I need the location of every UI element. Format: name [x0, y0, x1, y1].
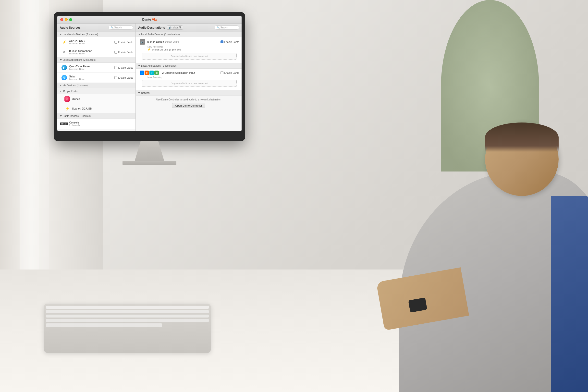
maximize-button[interactable] — [69, 18, 72, 21]
mute-all-label: Mute All — [172, 26, 181, 29]
right-search-icon: 🔍 — [217, 26, 220, 29]
person — [380, 122, 588, 392]
left-search-icon: 🔍 — [111, 26, 114, 29]
builtin-output-subtitle: Default Output — [165, 41, 179, 43]
collapse-network-icon — [138, 92, 140, 94]
2ch-app-enable-dante[interactable]: Enable Dante — [220, 71, 239, 74]
collapse-via-devices-icon — [60, 85, 62, 86]
device-row-safari: ⊕ Safari Listeners: None Enable Dante — [57, 73, 136, 83]
dante-devices-section-header[interactable]: Dante Devices (1 source) — [57, 114, 136, 119]
builtin-output-icon: 🔊 — [140, 39, 145, 44]
mute-all-button[interactable]: 🔊 Mute All — [167, 26, 183, 30]
via-devices-count: (1 source) — [77, 84, 88, 87]
2ch-app-info: 2 Channel Application Input — [162, 71, 218, 74]
console-name: Console — [69, 121, 133, 124]
builtin-output-enable-dante[interactable]: ✓ Enable Dante — [220, 40, 239, 43]
dante-devices-label: Dante Devices — [63, 115, 79, 117]
builtin-output-source-name: Scarlett 2i2 USB @ IpsoFacto — [152, 48, 181, 51]
builtin-output-drop-zone[interactable]: Drop an Audio Source here to connect — [142, 53, 237, 60]
destination-row-builtin-output: 🔊 Built-in Output Default Output ✓ — [136, 37, 242, 63]
ipsofacto-header[interactable]: 🖥 IpsoFacto — [57, 88, 136, 94]
builtin-mic-checkbox[interactable] — [114, 51, 117, 54]
quicktime-icon-wrap: ▶ — [61, 65, 67, 70]
builtin-mic-info: Built-in Microphone Listeners: None — [69, 50, 112, 55]
dante-devices-count: (1 source) — [80, 115, 91, 117]
quicktime-checkbox[interactable] — [114, 66, 117, 69]
collapse-ipsofacto-icon — [60, 91, 62, 92]
builtin-output-receiving-label: Now Receiving: — [148, 46, 239, 48]
at2020-enable-label: Enable Dante — [118, 41, 133, 44]
local-audio-count: (2 sources) — [86, 33, 98, 36]
builtin-output-checkbox[interactable]: ✓ — [220, 40, 224, 43]
imac-monitor: Dante Via Audio Sources 🔍 Search — [54, 12, 245, 165]
right-search-input[interactable]: Search — [220, 26, 228, 29]
itunes-name: iTunes — [72, 98, 133, 100]
left-panel: Audio Sources 🔍 Search Local Audio Devic… — [57, 24, 136, 131]
left-search-box[interactable]: 🔍 Search — [108, 26, 133, 30]
right-local-audio-section-header[interactable]: Local Audio Devices (1 destination) — [136, 32, 242, 37]
at2020-icon: ⚡ — [61, 39, 67, 45]
dante-logo-icon: dDante — [60, 122, 68, 125]
device-row-scarlett-source: ⚡ Scarlett 2i2 USB — [57, 104, 136, 114]
right-local-apps-section-header[interactable]: Local Applications (1 destination) — [136, 63, 242, 68]
left-search-input[interactable]: Search — [114, 26, 122, 29]
safari-icon-wrap: ⊕ — [61, 75, 67, 80]
via-devices-section-header[interactable]: Via Devices (1 source) — [57, 83, 136, 88]
local-apps-label: Local Applications — [63, 58, 82, 61]
builtin-mic-enable-dante[interactable]: Enable Dante — [114, 51, 133, 54]
at2020-info: AT2020 USB Listeners: None — [69, 40, 112, 45]
scarlett-receiving-icon: ⚡ — [148, 48, 151, 51]
right-local-audio-count: (1 destination) — [164, 33, 180, 36]
quicktime-info: QuickTime Player Listeners: None — [69, 65, 112, 70]
safari-listeners: Listeners: None — [69, 78, 112, 80]
builtin-output-drop-text: Drop an Audio Source here to connect — [171, 55, 208, 57]
safari-enable-dante[interactable]: Enable Dante — [114, 76, 133, 79]
itunes-info: iTunes — [72, 98, 133, 100]
builtin-mic-name: Built-in Microphone — [69, 50, 112, 52]
imac-base — [122, 161, 176, 165]
right-search-box[interactable]: 🔍 Search — [214, 26, 239, 30]
2ch-app-checkbox[interactable] — [220, 71, 224, 74]
minimize-button[interactable] — [65, 18, 68, 21]
at2020-checkbox[interactable] — [114, 41, 117, 44]
console-info: Console 8 channels — [69, 121, 133, 126]
itunes-icon: ♫ — [64, 96, 70, 102]
network-label: Network — [141, 92, 150, 94]
console-icon-wrap: dDante — [61, 121, 67, 127]
itunes-icon-wrap: ♫ — [64, 96, 70, 102]
right-panel: Audio Destinations 🔊 Mute All 🔍 Search — [136, 24, 242, 131]
close-button[interactable] — [60, 18, 63, 21]
at2020-enable-dante[interactable]: Enable Dante — [114, 41, 133, 44]
quicktime-enable-label: Enable Dante — [118, 66, 133, 69]
right-local-audio-label: Local Audio Devices — [141, 33, 163, 36]
safari-icon: ⊕ — [62, 75, 67, 80]
2ch-app-drop-zone[interactable]: Drop an Audio Source here to connect — [142, 80, 237, 87]
local-apps-section-header[interactable]: Local Applications (2 sources) — [57, 57, 136, 63]
app-title-dante: Dante — [142, 18, 151, 21]
quicktime-enable-dante[interactable]: Enable Dante — [114, 66, 133, 69]
scarlett-source-icon-wrap: ⚡ — [64, 106, 70, 112]
device-row-at2020: ⚡ AT2020 USB Listeners: None Enable Dant… — [57, 37, 136, 47]
builtin-output-enable-label: Enable Dante — [224, 41, 239, 43]
audio-destinations-title: Audio Destinations — [138, 26, 165, 30]
network-section-header[interactable]: Network — [136, 90, 242, 96]
2ch-app-icons: 🌐 ◉ ◎ ▦ — [140, 70, 159, 75]
builtin-output-name: Built-in Output — [147, 40, 164, 43]
network-description: Use Dante Controller to send audio to a … — [140, 98, 238, 101]
builtin-output-source: ⚡ Scarlett 2i2 USB @ IpsoFacto — [148, 48, 239, 51]
builtin-mic-enable-label: Enable Dante — [118, 51, 133, 54]
open-dante-controller-button[interactable]: Open Dante Controller — [172, 103, 205, 108]
audio-sources-title: Audio Sources — [60, 26, 80, 30]
right-collapse-local-audio-icon — [138, 34, 140, 35]
via-devices-label: Via Devices — [63, 84, 76, 87]
right-local-apps-count: (1 destination) — [162, 64, 177, 67]
2ch-app-receiving-label: Now Receiving: — [148, 76, 239, 78]
2ch-icon-green: ▦ — [154, 70, 159, 75]
main-content: Audio Sources 🔍 Search Local Audio Devic… — [57, 24, 242, 131]
imac-screen-inner: Dante Via Audio Sources 🔍 Search — [57, 16, 242, 131]
ipsofacto-name: IpsoFacto — [67, 90, 78, 92]
local-audio-section-header[interactable]: Local Audio Devices (2 sources) — [57, 32, 136, 37]
2ch-app-top: 🌐 ◉ ◎ ▦ 2 Channel Application Input — [140, 70, 239, 75]
scarlett-source-usb-icon: ⚡ — [65, 106, 69, 110]
safari-checkbox[interactable] — [114, 76, 117, 79]
